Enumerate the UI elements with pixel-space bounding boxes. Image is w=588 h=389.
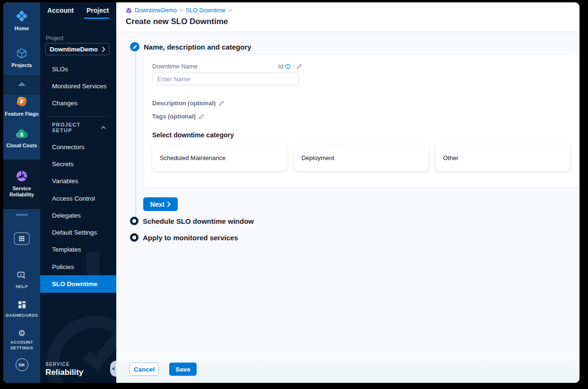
project-selector[interactable]: DowntimeDemo bbox=[45, 43, 110, 55]
category-card-other[interactable]: Other bbox=[435, 144, 570, 171]
category-cards: Scheduled Maintenance Deployment Other bbox=[152, 144, 570, 171]
breadcrumb-project[interactable]: DowntimeDemo bbox=[135, 7, 177, 14]
project-name: DowntimeDemo bbox=[50, 46, 102, 53]
rail-item-label: Home bbox=[3, 25, 40, 32]
next-button-label: Next bbox=[150, 201, 164, 208]
sidebar-item-variables[interactable]: Variables bbox=[40, 173, 116, 190]
rail-module-picker[interactable] bbox=[3, 232, 40, 247]
rail-item-label: Feature Flags bbox=[3, 111, 40, 117]
downtime-name-label: Downtime Name bbox=[152, 63, 198, 70]
app-window: Home Projects Feature Flags $ bbox=[3, 2, 579, 383]
step-2-title: Schedule SLO downtime window bbox=[143, 217, 254, 225]
sidebar-item-slos[interactable]: SLOs bbox=[40, 61, 116, 78]
sidebar-item-slo-downtime[interactable]: SLO Downtime bbox=[40, 275, 116, 292]
rail-item-account-settings[interactable]: ⚙ ACCOUNT SETTINGS bbox=[3, 329, 40, 351]
description-label: Description (optional) bbox=[152, 100, 216, 107]
breadcrumb-slo-downtime[interactable]: SLO Downtime bbox=[186, 7, 225, 14]
pencil-icon bbox=[132, 44, 138, 50]
sidebar-item-delegates[interactable]: Delegates bbox=[40, 207, 116, 224]
module-label: SERVICE Reliability bbox=[45, 362, 83, 377]
sidebar-item-templates[interactable]: Templates bbox=[40, 241, 116, 258]
project-setup-list: Connectors Secrets Variables Access Cont… bbox=[40, 138, 116, 293]
name-label-row: Downtime Name Id : bbox=[152, 63, 303, 70]
description-row[interactable]: Description (optional) bbox=[152, 100, 570, 107]
sidebar-item-policies[interactable]: Policies bbox=[40, 258, 116, 275]
breadcrumb-separator: > bbox=[180, 7, 183, 14]
cloud-costs-icon: $ bbox=[15, 129, 28, 139]
page-header: DowntimeDemo > SLO Downtime > Create new… bbox=[116, 2, 579, 32]
rail-item-dashboards[interactable]: DASHBOARDS bbox=[3, 301, 40, 318]
sidebar-item-connectors[interactable]: Connectors bbox=[40, 138, 116, 155]
project-scope-label: Project bbox=[46, 35, 63, 42]
dash-divider-icon bbox=[16, 214, 28, 216]
page-title: Create new SLO Downtime bbox=[126, 17, 579, 26]
step-1-title: Name, description and category bbox=[144, 43, 251, 51]
chevron-right-icon bbox=[167, 202, 171, 207]
rail-item-projects[interactable]: Projects bbox=[3, 48, 40, 68]
step-3-title: Apply to monitored services bbox=[143, 234, 238, 242]
step-1-badge bbox=[130, 42, 139, 51]
sidebar-item-monitored-services[interactable]: Monitored Services bbox=[40, 78, 116, 95]
sidebar-item-secrets[interactable]: Secrets bbox=[40, 155, 116, 172]
rail-section-divider bbox=[3, 214, 40, 216]
id-cluster: Id : bbox=[278, 63, 303, 70]
step-connector-line bbox=[135, 53, 136, 218]
sidebar-item-default-settings[interactable]: Default Settings bbox=[40, 224, 116, 241]
downtime-name-input[interactable] bbox=[152, 73, 299, 85]
sidebar-nav-list: SLOs Monitored Services Changes bbox=[40, 61, 116, 111]
rail-item-cloud-costs[interactable]: $ Cloud Costs bbox=[3, 129, 40, 149]
category-card-deployment[interactable]: Deployment bbox=[294, 144, 429, 171]
category-card-scheduled-maintenance[interactable]: Scheduled Maintenance bbox=[152, 144, 287, 171]
rail-item-label: Service bbox=[3, 186, 40, 192]
grid-nine-icon bbox=[14, 232, 30, 247]
info-icon[interactable] bbox=[285, 64, 291, 69]
rail-user-avatar[interactable]: SK bbox=[3, 358, 40, 371]
rail-item-label: HELP bbox=[3, 284, 40, 289]
rail-item-service-reliability[interactable]: Service Reliability bbox=[3, 170, 40, 198]
sidebar-collapse-handle[interactable] bbox=[110, 361, 116, 377]
feature-flags-icon bbox=[16, 95, 28, 108]
id-colon: : bbox=[293, 63, 294, 70]
rail-item-home[interactable]: Home bbox=[3, 10, 40, 32]
rail-item-help[interactable]: ? HELP bbox=[3, 271, 40, 289]
rail-item-label: Cloud Costs bbox=[3, 143, 40, 149]
sidebar-item-changes[interactable]: Changes bbox=[40, 94, 116, 111]
module-rail: Home Projects Feature Flags $ bbox=[3, 2, 40, 383]
save-button[interactable]: Save bbox=[169, 363, 197, 376]
chevron-up-icon bbox=[101, 126, 106, 129]
rail-collapse-toggle[interactable] bbox=[3, 82, 40, 86]
edit-description-pencil-icon[interactable] bbox=[218, 100, 225, 106]
tags-row[interactable]: Tags (optional) bbox=[152, 113, 570, 120]
rail-item-feature-flags[interactable]: Feature Flags bbox=[3, 95, 40, 117]
chevron-right-icon bbox=[102, 47, 105, 52]
triangle-up-icon bbox=[18, 82, 26, 86]
breadcrumb-separator: > bbox=[228, 7, 232, 14]
edit-tags-pencil-icon[interactable] bbox=[199, 113, 205, 119]
step-3-circle bbox=[130, 233, 138, 242]
sidebar-item-access-control[interactable]: Access Control bbox=[40, 190, 116, 207]
cancel-button[interactable]: Cancel bbox=[130, 363, 159, 376]
gear-icon: ⚙ bbox=[3, 329, 40, 338]
svg-text:$: $ bbox=[20, 132, 23, 137]
tab-active-underline bbox=[84, 17, 109, 19]
step-1-header[interactable]: Name, description and category bbox=[130, 42, 251, 51]
step-3-header[interactable]: Apply to monitored services bbox=[130, 233, 238, 242]
tags-label: Tags (optional) bbox=[152, 113, 196, 120]
step-2-header[interactable]: Schedule SLO downtime window bbox=[130, 217, 254, 225]
sidebar-divider bbox=[45, 116, 109, 117]
project-setup-section-toggle[interactable]: PROJECT SETUP bbox=[52, 123, 106, 132]
module-label-reliability: Reliability bbox=[45, 368, 83, 377]
next-button[interactable]: Next bbox=[143, 197, 178, 211]
service-reliability-icon bbox=[16, 170, 28, 182]
projects-cube-icon bbox=[16, 48, 27, 59]
avatar: SK bbox=[16, 358, 28, 371]
action-footer: Cancel Save bbox=[116, 355, 579, 383]
tab-account[interactable]: Account bbox=[47, 7, 74, 14]
rail-item-label: Projects bbox=[3, 62, 40, 68]
edit-id-pencil-icon[interactable] bbox=[296, 63, 303, 69]
step-1-form-card: Downtime Name Id : bbox=[144, 55, 578, 187]
rail-item-label: ACCOUNT bbox=[3, 339, 40, 345]
project-sidebar: Account Project Project DowntimeDemo SLO… bbox=[40, 2, 116, 383]
tab-project[interactable]: Project bbox=[86, 7, 109, 14]
rail-item-label: SETTINGS bbox=[3, 345, 40, 351]
